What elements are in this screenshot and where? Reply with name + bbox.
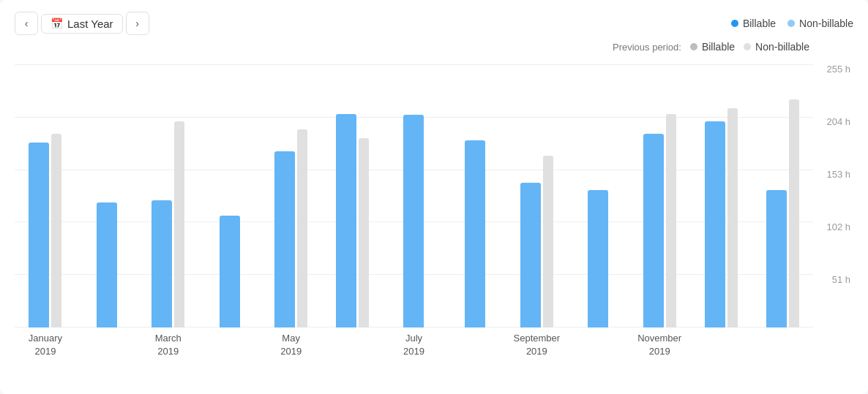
bar-prev [51,134,61,327]
calendar-icon: 📅 [50,18,63,29]
bar-billable [766,190,787,327]
bar-prev [297,129,307,327]
prev-button[interactable]: ‹ [15,12,38,35]
prev-billable-label: Billable [702,41,735,53]
header-row: ‹ 📅 Last Year › Billable Non-billable [15,12,853,35]
bar-prev [543,156,553,327]
bar-billable [29,143,49,327]
chart-inner: 255 h204 h153 h102 h51 h [15,64,853,327]
nav-controls: ‹ 📅 Last Year › [15,12,149,35]
bar-billable [643,134,664,327]
x-axis-label [752,332,813,358]
legend-billable: Billable [731,18,776,29]
x-axis-label [690,332,752,358]
prev-billable-legend: Billable [690,41,735,53]
month-group [567,64,629,327]
billable-label: Billable [743,18,776,29]
month-group [384,64,445,327]
x-axis-label [199,332,261,358]
prev-billable-dot [690,43,697,50]
bars-container [15,64,813,327]
y-axis-label: 51 h [832,275,850,284]
main-container: ‹ 📅 Last Year › Billable Non-billable Pr… [0,0,868,394]
month-group [76,64,138,327]
x-axis-label: January2019 [15,332,76,358]
x-axis-label: November2019 [629,332,690,358]
bar-billable [220,216,240,327]
bar-prev [727,108,738,327]
month-group [15,64,76,327]
billable-dot [731,20,738,27]
x-axis-label: March2019 [138,332,199,358]
bar-prev [666,114,676,327]
x-axis-label [76,332,138,358]
bar-billable [151,200,172,327]
bar-billable [465,140,485,327]
prev-non-billable-label: Non-billable [755,41,809,53]
bar-prev [789,99,799,327]
bar-billable [274,151,295,327]
y-axis-label: 102 h [826,222,850,232]
bar-prev [174,121,184,327]
bar-billable [403,115,424,327]
x-axis-label: July2019 [384,332,445,358]
month-group [138,64,199,327]
month-group [261,64,322,327]
x-axis: January2019March2019May2019July2019Septe… [15,332,813,358]
y-axis-label: 255 h [826,64,850,74]
month-group [690,64,752,327]
bar-billable [97,202,117,327]
month-group [322,64,384,327]
prev-period-row: Previous period: Billable Non-billable [15,41,853,53]
bar-billable [588,190,608,327]
prev-non-billable-legend: Non-billable [744,41,809,53]
x-axis-label [567,332,629,358]
prev-non-billable-dot [744,43,751,50]
non-billable-label: Non-billable [799,18,853,29]
chart-area: 255 h204 h153 h102 h51 h [15,64,853,327]
bar-prev [359,138,369,327]
next-button[interactable]: › [126,12,149,35]
non-billable-dot [787,20,795,27]
month-group [629,64,690,327]
y-axis-label: 204 h [826,117,850,126]
x-axis-label: September2019 [506,332,567,358]
month-group [199,64,261,327]
period-selector[interactable]: 📅 Last Year [41,14,123,34]
x-axis-label [322,332,384,358]
bar-billable [705,121,725,327]
month-group [444,64,506,327]
y-axis-label: 153 h [826,170,850,179]
bar-billable [336,114,356,327]
y-axis: 255 h204 h153 h102 h51 h [813,64,853,327]
x-axis-label: May2019 [261,332,322,358]
bar-billable [520,183,541,327]
month-group [506,64,567,327]
legend-current: Billable Non-billable [731,18,853,29]
month-group [752,64,813,327]
legend-non-billable: Non-billable [787,18,853,29]
prev-period-label: Previous period: [613,42,681,53]
x-axis-label [444,332,506,358]
period-label-text: Last Year [67,18,113,30]
